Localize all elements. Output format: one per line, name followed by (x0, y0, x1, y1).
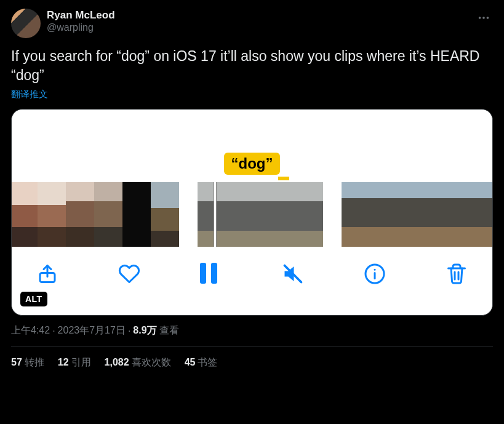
meta-separator: · (52, 326, 55, 337)
tweet-meta[interactable]: 上午4:42 · 2023年7月17日 · 8.9万 查看 (11, 324, 493, 337)
tweet-date: 2023年7月17日 (58, 324, 126, 337)
retweets-stat[interactable]: 57转推 (11, 356, 44, 369)
svg-point-0 (479, 17, 481, 19)
clip-thumbnail (342, 182, 367, 247)
chip-pointer (278, 177, 289, 180)
bookmarks-count: 45 (185, 357, 196, 367)
delete-button[interactable] (446, 263, 468, 285)
quotes-label: 引用 (71, 357, 91, 367)
likes-label: 喜欢次数 (132, 357, 171, 367)
likes-count: 1,082 (105, 357, 129, 367)
heart-icon (118, 263, 140, 285)
playhead[interactable] (214, 182, 217, 247)
info-icon (364, 263, 386, 285)
quotes-stat[interactable]: 12引用 (58, 356, 91, 369)
pause-icon (200, 263, 222, 284)
views-label: 查看 (159, 324, 179, 337)
retweets-label: 转推 (25, 357, 44, 367)
clip-thumbnail (66, 182, 94, 247)
like-button[interactable] (118, 263, 140, 285)
clip-thumbnail (239, 182, 281, 247)
quotes-count: 12 (58, 357, 69, 367)
likes-stat[interactable]: 1,082喜欢次数 (105, 356, 171, 369)
media-toolbar (12, 247, 492, 285)
search-term-chip: “dog” (224, 153, 281, 175)
share-icon (36, 263, 58, 285)
svg-point-7 (374, 269, 376, 271)
clip-thumbnail (38, 182, 66, 247)
bookmarks-label: 书签 (198, 357, 217, 367)
svg-point-2 (487, 17, 489, 19)
clip-group-1[interactable] (12, 182, 179, 247)
media-attachment[interactable]: “dog” (11, 109, 493, 316)
engagement-stats: 57转推 12引用 1,082喜欢次数 45书签 (11, 346, 493, 369)
volume-mute-icon (282, 263, 304, 285)
clip-thumbnail (471, 182, 492, 247)
info-button[interactable] (364, 263, 386, 285)
tweet-container: Ryan McLeod @warpling If you search for … (0, 0, 504, 369)
author-handle: @warpling (47, 22, 115, 34)
clip-thumbnail (393, 182, 419, 247)
retweets-count: 57 (11, 357, 22, 367)
trash-icon (446, 263, 468, 285)
clip-thumbnail (281, 182, 323, 247)
clip-thumbnail (122, 182, 151, 247)
media-whitespace (12, 110, 492, 158)
pause-button[interactable] (200, 263, 222, 285)
clip-thumbnail (419, 182, 445, 247)
meta-separator: · (128, 326, 130, 337)
clip-thumbnail (445, 182, 471, 247)
clip-group-2[interactable] (198, 182, 323, 247)
mute-button[interactable] (282, 263, 304, 285)
translate-link[interactable]: 翻译推文 (11, 89, 493, 100)
author-names[interactable]: Ryan McLeod @warpling (47, 9, 115, 34)
author-display-name: Ryan McLeod (47, 9, 115, 22)
tweet-text: If you search for “dog” on iOS 17 it’ll … (11, 47, 493, 85)
share-button[interactable] (36, 263, 58, 285)
svg-point-1 (482, 17, 485, 19)
video-timeline[interactable] (12, 182, 492, 247)
clip-thumbnail (367, 182, 393, 247)
more-options-button[interactable] (474, 9, 493, 27)
clip-group-3[interactable] (342, 182, 492, 247)
bookmarks-stat[interactable]: 45书签 (185, 356, 218, 369)
views-count: 8.9万 (133, 324, 156, 337)
avatar[interactable] (11, 9, 41, 38)
clip-thumbnail (94, 182, 122, 247)
alt-text-badge[interactable]: ALT (20, 292, 47, 306)
tweet-time: 上午4:42 (11, 324, 50, 337)
clip-thumbnail (198, 182, 239, 247)
tweet-header: Ryan McLeod @warpling (11, 9, 493, 38)
more-horizontal-icon (477, 11, 490, 25)
clip-thumbnail (12, 182, 38, 247)
clip-thumbnail (151, 182, 179, 247)
